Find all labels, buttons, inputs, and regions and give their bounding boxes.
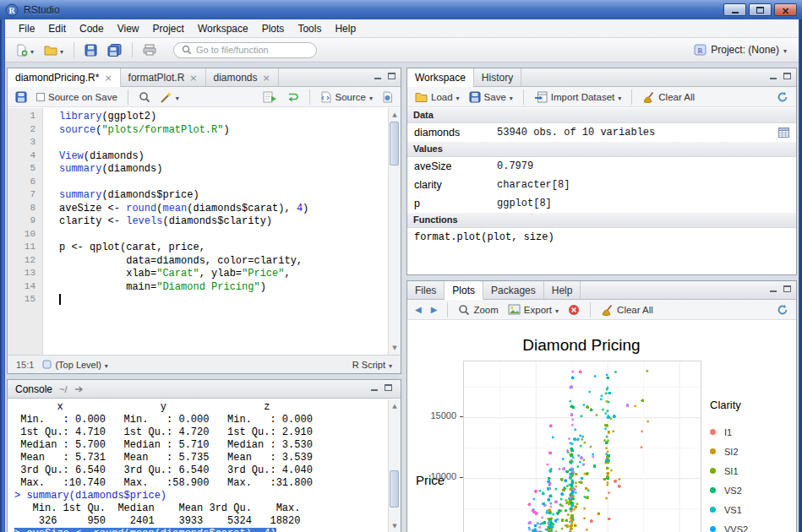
scrollbar-thumb[interactable] [390,122,399,166]
window-minimize-button[interactable] [723,3,746,16]
goto-file-search[interactable] [173,42,317,58]
scroll-down-icon[interactable] [389,520,401,532]
save-button[interactable] [81,41,101,59]
code-line: summary(diamonds$price) [59,189,388,203]
find-replace-button[interactable] [136,90,153,105]
console-scrollbar[interactable] [388,399,401,532]
goto-directory-icon[interactable] [74,385,85,394]
window-close-button[interactable] [774,3,797,16]
legend-label: VS2 [724,486,742,496]
clear-all-plots-button[interactable]: Clear All [598,302,656,318]
console-pane: Console ~/ x y z Min. : 0.000 Min. : 0.0… [7,379,401,532]
menu-item-help[interactable]: Help [328,20,363,37]
window-maximize-button[interactable] [749,3,772,16]
legend-key-dot [710,526,716,532]
tab-packages[interactable]: Packages [483,281,544,299]
editor-scrollbar[interactable] [388,108,401,355]
minimize-pane-icon[interactable] [768,73,777,82]
close-tab-icon[interactable] [104,72,112,84]
clear-all-button[interactable]: Clear All [640,90,697,105]
menu-item-plots[interactable]: Plots [255,20,292,37]
remove-plot-button[interactable] [565,302,582,318]
tab-plots[interactable]: Plots [445,281,483,300]
workspace-object-row[interactable]: pggplot[8] [407,194,796,213]
zoom-plot-button[interactable]: Zoom [456,302,500,318]
source-tab[interactable]: formatPlot.R [121,68,206,86]
scrollbar-thumb[interactable] [390,470,399,508]
line-number: 4 [8,150,42,164]
tab-history[interactable]: History [474,68,521,86]
file-type-selector[interactable]: R Script [352,360,392,370]
load-workspace-button[interactable]: Load [412,90,462,104]
scope-selector[interactable]: (Top Level) [42,360,107,370]
menu-item-workspace[interactable]: Workspace [191,20,255,37]
compile-notebook-button[interactable] [379,90,396,105]
titlebar[interactable]: R RStudio [0,0,802,19]
workspace-object-row[interactable]: aveSize0.7979 [407,157,796,176]
maximize-pane-icon[interactable] [384,384,393,394]
refresh-plot-button[interactable] [774,302,791,318]
new-file-button[interactable] [12,40,37,60]
line-number: 15 [8,294,42,307]
toolbar-separator [132,42,133,57]
menu-item-file[interactable]: File [12,20,41,37]
scroll-up-icon[interactable] [389,400,401,412]
console-line: 326 950 2401 3933 5324 18820 [14,515,388,528]
print-button[interactable] [139,41,160,58]
code-tools-button[interactable] [157,90,182,105]
save-file-button[interactable] [13,90,30,105]
save-workspace-button[interactable]: Save [466,90,516,105]
console-output[interactable]: x y z Min. : 0.000 Min. : 0.000 Min. : 0… [8,399,388,532]
open-file-button[interactable] [41,40,67,60]
menu-item-edit[interactable]: Edit [41,20,73,37]
refresh-button[interactable] [774,90,791,105]
line-number: 11 [8,242,42,255]
maximize-pane-icon[interactable] [387,73,396,82]
rerun-button[interactable] [284,90,302,105]
maximize-pane-icon[interactable] [783,73,792,82]
run-line-button[interactable] [260,90,280,105]
import-dataset-button[interactable]: Import Dataset [532,90,624,105]
export-plot-button[interactable]: Export [505,302,561,317]
menu-item-view[interactable]: View [111,20,146,37]
scroll-up-icon[interactable] [389,109,401,121]
workspace-object-row[interactable]: claritycharacter[8] [407,176,796,194]
code-token: "Diamond Pricing" [156,281,259,293]
close-tab-icon[interactable] [189,72,197,84]
line-number: 3 [8,137,42,150]
code-token: ) [303,203,308,214]
minimize-pane-icon[interactable] [373,73,382,82]
source-on-save-checkbox[interactable]: Source on Save [34,90,120,104]
view-data-grid-icon[interactable] [778,128,789,138]
tab-workspace[interactable]: Workspace [407,68,474,87]
workspace-object-row[interactable]: format.plot(plot, size) [407,228,796,247]
workspace-object-row[interactable]: diamonds53940 obs. of 10 variables [407,123,796,142]
project-selector[interactable]: R Project: (None) [689,42,792,57]
source-button[interactable]: Source [318,90,375,105]
legend-key-dot [710,507,716,513]
maximize-pane-icon[interactable] [783,285,792,295]
close-tab-icon[interactable] [263,72,270,84]
tab-help[interactable]: Help [544,281,581,299]
magic-wand-icon [160,91,172,103]
object-name: format.plot(plot, size) [414,231,554,243]
tab-files[interactable]: Files [407,281,445,299]
code-editor[interactable]: library(ggplot2)source("plots/formatPlot… [44,108,388,355]
menu-item-tools[interactable]: Tools [291,20,328,37]
previous-plot-button[interactable] [412,303,424,316]
menu-item-code[interactable]: Code [73,20,111,37]
code-line: library(ggplot2) [59,111,388,124]
minimize-pane-icon[interactable] [369,384,379,394]
next-plot-button[interactable] [428,303,440,316]
goto-file-input[interactable] [196,45,308,55]
checkbox-icon[interactable] [36,93,45,101]
source-tab[interactable]: diamonds [206,68,279,86]
scroll-down-icon[interactable] [389,342,401,354]
source-tab[interactable]: diamondPricing.R* [8,68,121,87]
menu-item-project[interactable]: Project [146,20,191,37]
code-line: xlab="Carat", ylab="Price", [59,268,388,281]
editor-area[interactable]: 123456789101112131415 library(ggplot2)so… [8,108,401,355]
object-value: ggplot[8] [497,198,552,209]
minimize-pane-icon[interactable] [768,285,777,295]
save-all-button[interactable] [104,41,125,59]
